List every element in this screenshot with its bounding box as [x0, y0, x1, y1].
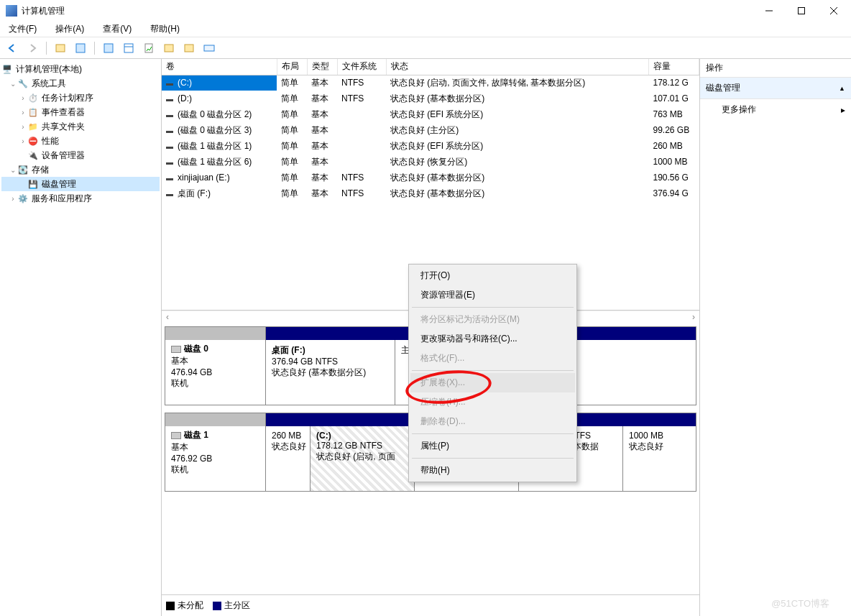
- tree-storage[interactable]: ⌄💽存储: [1, 162, 160, 177]
- legend: 未分配 主分区: [162, 594, 699, 616]
- volume-row[interactable]: (D:)简单基本NTFS状态良好 (基本数据分区)107.01 G: [162, 91, 699, 106]
- menu-mark-active: 将分区标记为活动分区(M): [410, 310, 575, 329]
- navigation-tree[interactable]: 🖥️计算机管理(本地) ⌄🔧系统工具 ›⏱️任务计划程序 ›📋事件查看器 ›📁共…: [0, 59, 162, 616]
- toolbar-icon[interactable]: [161, 40, 177, 56]
- menu-file[interactable]: 文件(F): [4, 22, 41, 37]
- minimize-button[interactable]: [753, 0, 785, 22]
- toolbar-icon[interactable]: [73, 40, 88, 56]
- col-volume[interactable]: 卷: [162, 59, 277, 75]
- col-capacity[interactable]: 容量: [649, 59, 699, 75]
- svg-rect-10: [165, 45, 173, 52]
- app-icon: [6, 5, 17, 17]
- partition[interactable]: 1000 MB状态良好: [623, 426, 688, 491]
- partition[interactable]: 桌面 (F:)376.94 GB NTFS状态良好 (基本数据分区): [266, 340, 395, 405]
- svg-rect-7: [124, 44, 133, 52]
- close-button[interactable]: [817, 0, 850, 22]
- menu-help[interactable]: 帮助(H): [146, 22, 184, 37]
- col-type[interactable]: 类型: [307, 59, 337, 75]
- svg-rect-1: [798, 8, 804, 14]
- toolbar-icon[interactable]: [52, 40, 68, 56]
- menu-action[interactable]: 操作(A): [51, 22, 88, 37]
- tree-system-tools[interactable]: ⌄🔧系统工具: [1, 76, 160, 91]
- context-menu: 打开(O) 资源管理器(E) 将分区标记为活动分区(M) 更改驱动器号和路径(C…: [408, 264, 577, 482]
- tree-services-apps[interactable]: ›⚙️服务和应用程序: [1, 191, 160, 206]
- title-bar: 计算机管理: [0, 0, 851, 22]
- toolbar-icon[interactable]: [101, 40, 116, 56]
- volume-row[interactable]: (磁盘 1 磁盘分区 1)简单基本状态良好 (EFI 系统分区)260 MB: [162, 138, 699, 154]
- toolbar-icon[interactable]: [181, 40, 197, 56]
- tree-device-manager[interactable]: 🔌设备管理器: [1, 148, 160, 162]
- toolbar-icon[interactable]: [121, 40, 137, 56]
- menu-view[interactable]: 查看(V): [98, 22, 136, 37]
- menu-properties[interactable]: 属性(P): [410, 436, 575, 456]
- svg-rect-6: [104, 44, 113, 52]
- watermark: @51CTO博客: [771, 597, 829, 610]
- maximize-button[interactable]: [785, 0, 817, 22]
- menu-change-drive-path[interactable]: 更改驱动器号和路径(C)...: [410, 329, 575, 349]
- col-fs[interactable]: 文件系统: [337, 59, 386, 75]
- menu-extend-volume: 扩展卷(X)...: [410, 373, 575, 392]
- volume-row[interactable]: (磁盘 0 磁盘分区 2)简单基本状态良好 (EFI 系统分区)763 MB: [162, 106, 699, 122]
- volume-row[interactable]: xinjiajuan (E:)简单基本NTFS状态良好 (基本数据分区)190.…: [162, 170, 699, 185]
- menu-help[interactable]: 帮助(H): [410, 461, 575, 480]
- menu-shrink-volume: 压缩卷(H)...: [410, 392, 575, 412]
- toolbar-icon[interactable]: [201, 40, 217, 56]
- partition[interactable]: (C:)178.12 GB NTFS状态良好 (启动, 页面: [310, 426, 415, 491]
- actions-pane: 操作 磁盘管理▲ 更多操作▸: [700, 59, 851, 616]
- svg-rect-5: [76, 44, 85, 52]
- svg-rect-9: [145, 44, 152, 52]
- forward-button[interactable]: [24, 40, 40, 56]
- volume-row[interactable]: (磁盘 0 磁盘分区 3)简单基本状态良好 (主分区)99.26 GB: [162, 122, 699, 138]
- menu-format: 格式化(F)...: [410, 349, 575, 368]
- tree-disk-management[interactable]: 💾磁盘管理: [1, 177, 160, 191]
- tree-task-scheduler[interactable]: ›⏱️任务计划程序: [1, 91, 160, 105]
- window-title: 计算机管理: [22, 5, 753, 17]
- tree-performance[interactable]: ›⛔性能: [1, 134, 160, 148]
- menu-explorer[interactable]: 资源管理器(E): [410, 285, 575, 305]
- actions-disk-management[interactable]: 磁盘管理▲: [700, 78, 851, 99]
- menu-open[interactable]: 打开(O): [410, 266, 575, 285]
- col-layout[interactable]: 布局: [277, 59, 307, 75]
- svg-rect-11: [185, 45, 193, 52]
- menu-bar: 文件(F) 操作(A) 查看(V) 帮助(H): [0, 22, 851, 37]
- actions-header: 操作: [700, 59, 851, 78]
- toolbar: [0, 37, 851, 59]
- tree-event-viewer[interactable]: ›📋事件查看器: [1, 105, 160, 119]
- menu-delete-volume: 删除卷(D)...: [410, 412, 575, 431]
- col-status[interactable]: 状态: [386, 59, 649, 75]
- actions-more[interactable]: 更多操作▸: [700, 99, 851, 120]
- back-button[interactable]: [4, 40, 20, 56]
- volume-row[interactable]: 桌面 (F:)简单基本NTFS状态良好 (基本数据分区)376.94 G: [162, 185, 699, 201]
- toolbar-icon[interactable]: [141, 40, 157, 56]
- tree-root[interactable]: 🖥️计算机管理(本地): [1, 62, 160, 76]
- svg-rect-12: [204, 45, 214, 51]
- tree-shared-folders[interactable]: ›📁共享文件夹: [1, 119, 160, 134]
- svg-rect-4: [56, 45, 65, 52]
- volume-row[interactable]: (磁盘 1 磁盘分区 6)简单基本状态良好 (恢复分区)1000 MB: [162, 154, 699, 170]
- volume-row[interactable]: (C:)简单基本NTFS状态良好 (启动, 页面文件, 故障转储, 基本数据分区…: [162, 75, 699, 91]
- partition[interactable]: 260 MB状态良好: [266, 426, 310, 491]
